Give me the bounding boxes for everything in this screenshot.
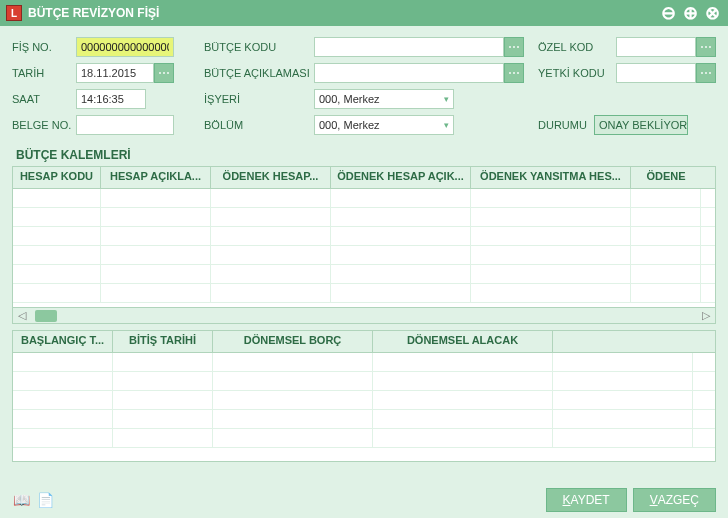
table-row[interactable] — [13, 227, 715, 246]
yetki-kodu-input[interactable] — [616, 63, 696, 83]
grid1-col-odene[interactable]: ÖDENE — [631, 167, 701, 188]
grid-butce-kalemleri[interactable]: HESAP KODU HESAP AÇIKLA... ÖDENEK HESAP.… — [12, 166, 716, 324]
kaydet-button[interactable]: KAYDET — [546, 488, 627, 512]
tarih-input[interactable] — [76, 63, 154, 83]
book-icon[interactable]: 📖 — [12, 492, 30, 508]
bolum-select-value: 000, Merkez — [319, 119, 380, 131]
fis-no-label: FİŞ NO. — [12, 41, 76, 53]
yetki-kodu-label: YETKİ KODU — [538, 67, 616, 79]
butce-aciklamasi-lookup-button[interactable]: ⋯ — [504, 63, 524, 83]
ozel-kod-input[interactable] — [616, 37, 696, 57]
grid1-header: HESAP KODU HESAP AÇIKLA... ÖDENEK HESAP.… — [13, 167, 715, 189]
tarih-label: TARİH — [12, 67, 76, 79]
grid1-hscroll[interactable]: ◁ ▷ — [13, 307, 715, 323]
table-row[interactable] — [13, 189, 715, 208]
titlebar: L BÜTÇE REVİZYON FİŞİ ⊖ ⊕ ⊗ — [0, 0, 728, 26]
maximize-button[interactable]: ⊕ — [680, 3, 700, 23]
belge-no-input[interactable] — [76, 115, 174, 135]
table-row[interactable] — [13, 265, 715, 284]
ozel-kod-lookup-button[interactable]: ⋯ — [696, 37, 716, 57]
grid2-body[interactable] — [13, 353, 715, 448]
table-row[interactable] — [13, 353, 715, 372]
grid1-col-odenek-hesap-acik[interactable]: ÖDENEK HESAP AÇIK... — [331, 167, 471, 188]
scroll-left-icon[interactable]: ◁ — [15, 310, 29, 322]
durumu-label: DURUMU — [538, 119, 594, 131]
table-row[interactable] — [13, 284, 715, 303]
table-row[interactable] — [13, 246, 715, 265]
grid1-body[interactable] — [13, 189, 715, 307]
vazgec-button[interactable]: VAZGEÇ — [633, 488, 716, 512]
grid2-col-donemsel-borc[interactable]: DÖNEMSEL BORÇ — [213, 331, 373, 352]
grid2-col-bitis[interactable]: BİTİŞ TARİHİ — [113, 331, 213, 352]
grid1-col-odenek-yansitma[interactable]: ÖDENEK YANSITMA HES... — [471, 167, 631, 188]
saat-label: SAAT — [12, 93, 76, 105]
grid1-col-hesap-aciklama[interactable]: HESAP AÇIKLA... — [101, 167, 211, 188]
bolum-select[interactable]: 000, Merkez ▾ — [314, 115, 454, 135]
butce-kodu-input[interactable] — [314, 37, 504, 57]
scroll-thumb[interactable] — [35, 310, 57, 322]
chevron-down-icon: ▾ — [444, 120, 449, 130]
scroll-right-icon[interactable]: ▷ — [699, 310, 713, 322]
butce-kodu-lookup-button[interactable]: ⋯ — [504, 37, 524, 57]
table-row[interactable] — [13, 208, 715, 227]
grid-donemsel[interactable]: BAŞLANGIÇ T... BİTİŞ TARİHİ DÖNEMSEL BOR… — [12, 330, 716, 462]
grid2-header: BAŞLANGIÇ T... BİTİŞ TARİHİ DÖNEMSEL BOR… — [13, 331, 715, 353]
form-col-1: FİŞ NO. TARİH ⋯ SAAT BELGE NO. — [12, 36, 190, 140]
yetki-kodu-lookup-button[interactable]: ⋯ — [696, 63, 716, 83]
table-row[interactable] — [13, 429, 715, 448]
scroll-track[interactable] — [29, 310, 699, 322]
grid1-col-odenek-hesap[interactable]: ÖDENEK HESAP... — [211, 167, 331, 188]
belge-no-label: BELGE NO. — [12, 119, 76, 131]
tarih-picker-button[interactable]: ⋯ — [154, 63, 174, 83]
butce-kodu-label: BÜTÇE KODU — [204, 41, 314, 53]
window-title: BÜTÇE REVİZYON FİŞİ — [28, 6, 658, 20]
table-row[interactable] — [13, 372, 715, 391]
durumu-status: ONAY BEKLİYOR... — [594, 115, 688, 135]
close-button[interactable]: ⊗ — [702, 3, 722, 23]
chevron-down-icon: ▾ — [444, 94, 449, 104]
form-area: FİŞ NO. TARİH ⋯ SAAT BELGE NO. BÜTÇE KOD… — [0, 26, 728, 146]
section-butce-kalemleri-title: BÜTÇE KALEMLERİ — [0, 146, 728, 166]
window-controls: ⊖ ⊕ ⊗ — [658, 3, 722, 23]
isyeri-select-value: 000, Merkez — [319, 93, 380, 105]
grid2-col-empty — [553, 331, 693, 352]
ozel-kod-label: ÖZEL KOD — [538, 41, 616, 53]
butce-aciklamasi-input[interactable] — [314, 63, 504, 83]
document-icon[interactable]: 📄 — [36, 492, 54, 508]
grid1-col-hesap-kodu[interactable]: HESAP KODU — [13, 167, 101, 188]
table-row[interactable] — [13, 410, 715, 429]
saat-input[interactable] — [76, 89, 146, 109]
form-col-2: BÜTÇE KODU ⋯ BÜTÇE AÇIKLAMASI ⋯ İŞYERİ 0… — [204, 36, 524, 140]
table-row[interactable] — [13, 391, 715, 410]
app-icon: L — [6, 5, 22, 21]
minimize-button[interactable]: ⊖ — [658, 3, 678, 23]
grid2-col-donemsel-alacak[interactable]: DÖNEMSEL ALACAK — [373, 331, 553, 352]
butce-aciklamasi-label: BÜTÇE AÇIKLAMASI — [204, 67, 314, 79]
form-col-3: ÖZEL KOD ⋯ YETKİ KODU ⋯ DURUMU ONAY BEKL… — [538, 36, 716, 140]
grid2-col-baslangic[interactable]: BAŞLANGIÇ T... — [13, 331, 113, 352]
isyeri-label: İŞYERİ — [204, 93, 314, 105]
footer: 📖 📄 KAYDET VAZGEÇ — [0, 482, 728, 518]
isyeri-select[interactable]: 000, Merkez ▾ — [314, 89, 454, 109]
bolum-label: BÖLÜM — [204, 119, 314, 131]
fis-no-input[interactable] — [76, 37, 174, 57]
